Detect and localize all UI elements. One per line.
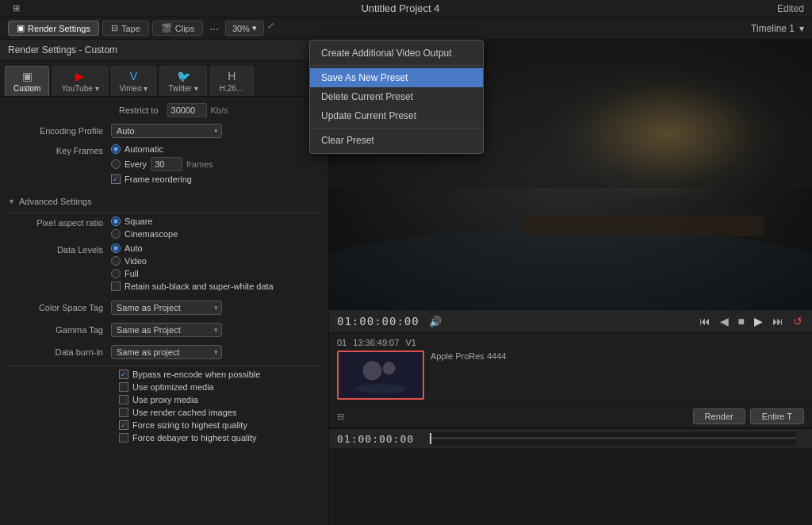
encoding-profile-select[interactable]: Auto [111, 124, 222, 138]
render-button[interactable]: Render [693, 408, 745, 424]
frame-reordering-box[interactable] [111, 174, 121, 184]
more-options-button[interactable]: ··· [206, 21, 222, 36]
clip-number: 01 [337, 338, 347, 347]
render-buttons: Render Entire T [693, 408, 804, 424]
tab-render-settings[interactable]: ▣ Render Settings [8, 21, 99, 36]
twitter-icon: 🐦 [177, 70, 190, 82]
data-levels-group: Auto Video Full [111, 243, 274, 294]
encoding-profile-value: Auto [111, 124, 320, 138]
pixel-aspect-ratio-group: Square Cinemascope [111, 217, 178, 239]
bypass-reencode-checkbox[interactable]: Bypass re-encode when possible [119, 370, 320, 379]
force-debayer-checkbox[interactable]: Force debayer to highest quality [119, 433, 320, 443]
retain-data-box[interactable] [111, 282, 121, 291]
frame-reordering-checkbox[interactable]: Frame reordering [111, 174, 213, 184]
restrict-to-input[interactable] [167, 103, 207, 117]
automatic-label: Automatic [124, 144, 163, 154]
gamma-tag-select[interactable]: Same as Project [111, 323, 222, 337]
video-radio-dot[interactable] [111, 256, 121, 266]
clip-thumbnail[interactable] [337, 351, 424, 400]
auto-radio[interactable]: Auto [111, 243, 274, 253]
render-bar: ⊟ Render Entire T [329, 405, 812, 428]
tab-clips[interactable]: 🎬 Clips [152, 21, 203, 36]
every-radio-dot[interactable] [111, 159, 121, 169]
retain-data-checkbox[interactable]: Retain sub-black and super-white data [111, 282, 274, 291]
timeline-label-area: Timeline 1 ▾ [751, 23, 804, 34]
square-label: Square [124, 217, 152, 226]
stop-button[interactable]: ■ [737, 313, 746, 329]
divider-2 [8, 366, 320, 366]
play-button[interactable]: ▶ [753, 313, 764, 329]
every-frames-input[interactable] [151, 157, 182, 171]
dropdown-separator-1 [310, 65, 483, 66]
preset-tab-h264[interactable]: H H.26… [210, 66, 254, 96]
step-back-button[interactable]: ◀ [718, 313, 730, 329]
use-optimized-box[interactable] [119, 382, 128, 392]
render-settings-header: Render Settings - Custom [0, 40, 328, 61]
preset-tab-youtube[interactable]: ▶ YouTube ▾ [52, 66, 107, 96]
skip-forward-button[interactable]: ⏭ [771, 313, 785, 329]
dropdown-item-update-preset[interactable]: Update Current Preset [310, 106, 483, 125]
restrict-to-unit: Kb/s [211, 105, 228, 115]
zoom-button[interactable]: 30% ▾ [225, 21, 264, 36]
render-bar-left: ⊟ [337, 412, 344, 422]
loop-button[interactable]: ↺ [791, 313, 804, 329]
key-frames-every[interactable]: Every frames [111, 157, 213, 171]
use-proxy-checkbox[interactable]: Use proxy media [119, 395, 320, 404]
dropdown-item-clear-preset[interactable]: Clear Preset [310, 131, 483, 150]
color-space-tag-select[interactable]: Same as Project [111, 301, 222, 315]
cinemascope-radio[interactable]: Cinemascope [111, 229, 178, 239]
use-proxy-label: Use proxy media [132, 395, 198, 404]
video-radio[interactable]: Video [111, 256, 274, 266]
auto-radio-dot[interactable] [111, 243, 121, 253]
preset-tabs: ▣ Custom ▶ YouTube ▾ V Vimeo ▾ 🐦 Twitter… [0, 61, 328, 97]
cinemascope-radio-dot[interactable] [111, 229, 121, 239]
use-proxy-box[interactable] [119, 395, 128, 404]
square-radio-dot[interactable] [111, 217, 121, 226]
dropdown-item-create-additional[interactable]: Create Additional Video Output [310, 44, 483, 63]
force-debayer-box[interactable] [119, 433, 128, 443]
skip-back-button[interactable]: ⏮ [698, 313, 712, 329]
svg-point-3 [329, 228, 812, 309]
h264-label: H.26… [220, 84, 244, 93]
advanced-settings-header[interactable]: ▼ Advanced Settings [8, 192, 320, 209]
custom-preset-icon: ▣ [22, 70, 33, 82]
project-title: Untitled Project 4 [361, 2, 439, 14]
key-frames-row: Key Frames Automatic Every frame [8, 144, 320, 187]
dropdown-item-save-new-preset[interactable]: Save As New Preset [310, 68, 483, 87]
bypass-reencode-box[interactable] [119, 370, 128, 379]
full-label: Full [124, 269, 139, 278]
twitter-label: Twitter ▾ [168, 84, 197, 93]
clip-strip: 01 13:36:49:07 V1 [329, 333, 812, 405]
use-optimized-checkbox[interactable]: Use optimized media [119, 382, 320, 392]
preset-tab-twitter[interactable]: 🐦 Twitter ▾ [159, 66, 206, 96]
full-radio[interactable]: Full [111, 269, 274, 278]
force-sizing-checkbox[interactable]: Force sizing to highest quality [119, 420, 320, 430]
preset-tab-vimeo[interactable]: V Vimeo ▾ [111, 66, 157, 96]
cinemascope-label: Cinemascope [124, 229, 178, 239]
use-render-cached-box[interactable] [119, 408, 128, 417]
force-sizing-box[interactable] [119, 420, 128, 430]
timeline-scrubber-track[interactable] [430, 432, 796, 445]
edited-label: Edited [777, 3, 804, 14]
vimeo-icon: V [130, 70, 137, 82]
window-icon: ⊞ [8, 1, 24, 17]
full-radio-dot[interactable] [111, 269, 121, 278]
automatic-radio-dot[interactable] [111, 144, 121, 154]
render-settings-icon: ▣ [17, 23, 25, 33]
square-radio[interactable]: Square [111, 217, 178, 226]
volume-icon[interactable]: 🔊 [429, 316, 442, 328]
preset-tab-custom[interactable]: ▣ Custom [5, 66, 49, 96]
data-burn-in-select[interactable]: Same as project [111, 345, 222, 359]
use-render-cached-label: Use render cached images [132, 408, 236, 417]
use-render-cached-checkbox[interactable]: Use render cached images [119, 408, 320, 417]
render-entire-button[interactable]: Entire T [750, 408, 804, 424]
monitor-icon: ⊟ [337, 412, 344, 422]
clip-codec-label: Apple ProRes 4444 [431, 348, 506, 361]
force-sizing-label: Force sizing to highest quality [132, 420, 247, 430]
gamma-tag-label: Gamma Tag [8, 325, 111, 335]
dropdown-item-delete-preset[interactable]: Delete Current Preset [310, 87, 483, 106]
frame-reordering-label: Frame reordering [124, 174, 192, 184]
fit-button[interactable]: ⤢ [267, 21, 274, 36]
tab-tape[interactable]: ⊟ Tape [102, 21, 149, 36]
key-frames-automatic[interactable]: Automatic [111, 144, 213, 154]
